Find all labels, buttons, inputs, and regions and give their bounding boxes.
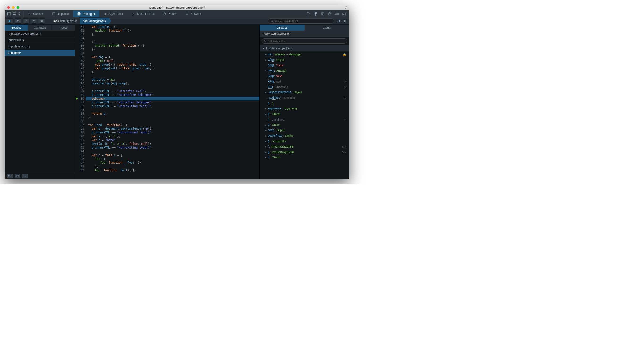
tab-shader-editor[interactable]: Shader Editor bbox=[128, 10, 158, 17]
expand-arrow-icon[interactable]: ▶ bbox=[265, 129, 267, 132]
code-line[interactable]: debugger; bbox=[86, 97, 260, 100]
line-number[interactable]: 66 bbox=[76, 44, 86, 48]
code-line[interactable]: p.innerHTML += "<br>before debugger"; bbox=[86, 93, 260, 97]
line-number[interactable]: 79 bbox=[76, 93, 86, 97]
line-number[interactable]: 67 bbox=[76, 48, 86, 52]
sidebar-tab-call-stack[interactable]: Call Stack bbox=[28, 24, 52, 31]
code-line[interactable]: foo: { bbox=[86, 157, 260, 161]
code-line[interactable]: bar: function bar() {}, bbox=[86, 168, 260, 172]
code-line[interactable]: test(a, b, [1, 2, 3], false, null); bbox=[86, 142, 260, 146]
code-line[interactable]: ({ bbox=[86, 40, 260, 44]
expand-arrow-icon[interactable]: ▶ bbox=[265, 140, 267, 142]
variable-row[interactable]: eArg:nullN bbox=[260, 79, 349, 84]
line-number[interactable]: 86 bbox=[76, 119, 86, 123]
toggle-sidebar-icon[interactable] bbox=[336, 19, 341, 23]
line-number[interactable]: 83 bbox=[76, 108, 86, 112]
line-number[interactable]: 88 bbox=[76, 127, 86, 131]
code-line[interactable]: var c = this.c = { bbox=[86, 153, 260, 157]
tab-debugger[interactable]: Debugger bbox=[73, 10, 99, 17]
variable-row[interactable]: dArg:false bbox=[260, 73, 349, 79]
add-watch-expression[interactable]: Add watch expression bbox=[260, 31, 349, 37]
line-number[interactable]: 92 bbox=[76, 142, 86, 146]
code-line[interactable] bbox=[86, 74, 260, 78]
toggle-breakpoints-button[interactable] bbox=[39, 18, 45, 24]
expand-arrow-icon[interactable]: ▶ bbox=[265, 59, 267, 61]
variable-row[interactable]: ▶aArg:Object bbox=[260, 57, 349, 62]
callstack-frame[interactable]: testdebugger/:80 bbox=[80, 18, 109, 24]
source-item[interactable]: jquery.min.js bbox=[5, 37, 75, 44]
code-line[interactable]: }) bbox=[86, 48, 260, 52]
box-icon[interactable] bbox=[328, 12, 332, 16]
line-number[interactable]: 81 bbox=[76, 100, 86, 104]
code-line[interactable]: var p = document.querySelector("p"); bbox=[86, 127, 260, 131]
code-line[interactable]: var a = { a: 1 }; bbox=[86, 134, 260, 138]
expand-arrow-icon[interactable]: ▶ bbox=[265, 151, 267, 153]
code-line[interactable]: p.innerHTML += "<br>exiting load()"; bbox=[86, 146, 260, 150]
variable-row[interactable]: ▶e:ArrayBuffer bbox=[260, 138, 349, 144]
scratchpad-icon[interactable] bbox=[320, 12, 325, 16]
code-line[interactable]: }; bbox=[86, 70, 260, 74]
watch-icon[interactable] bbox=[7, 174, 13, 178]
line-number[interactable]: 63 bbox=[76, 32, 86, 36]
code-line[interactable]: return p; bbox=[86, 112, 260, 116]
line-number[interactable]: 87 bbox=[76, 123, 86, 127]
code-line[interactable]: }; bbox=[86, 32, 260, 36]
variable-row[interactable]: ▶h:Object bbox=[260, 155, 349, 160]
right-tab-events[interactable]: Events bbox=[304, 24, 349, 31]
expand-arrow-icon[interactable]: ▶ bbox=[265, 135, 267, 137]
code-line[interactable]: another_method: function() {} bbox=[86, 44, 260, 48]
code-line[interactable] bbox=[86, 108, 260, 112]
variable-row[interactable]: ▶d:Object bbox=[260, 122, 349, 128]
dock-side-icon[interactable] bbox=[6, 12, 11, 16]
code-line[interactable]: var load = function() { bbox=[86, 123, 260, 127]
expand-arrow-icon[interactable]: ▶ bbox=[265, 53, 267, 56]
source-item[interactable]: debugger/ bbox=[5, 50, 75, 56]
line-number[interactable]: 78 bbox=[76, 89, 86, 93]
variable-row[interactable]: c:undefinedN bbox=[260, 117, 349, 122]
expand-arrow-icon[interactable]: ▶ bbox=[265, 146, 267, 148]
variable-row[interactable]: a:1 bbox=[260, 100, 349, 106]
code-line[interactable]: _prop: null, bbox=[86, 59, 260, 63]
tab-style-editor[interactable]: Style Editor bbox=[99, 10, 128, 17]
search-scripts-input[interactable] bbox=[275, 20, 332, 22]
line-number[interactable]: 70 bbox=[76, 59, 86, 63]
line-number[interactable]: 95 bbox=[76, 153, 86, 157]
code-line[interactable]: } bbox=[86, 116, 260, 119]
code-line[interactable]: _foo: function __foo() {} bbox=[86, 161, 260, 164]
line-number[interactable]: 72 bbox=[76, 66, 86, 70]
sidebar-tab-traces[interactable]: Traces bbox=[52, 24, 75, 31]
variable-row[interactable]: fArg:undefinedN bbox=[260, 84, 349, 90]
variable-row[interactable]: ▶cArg:Array[3] bbox=[260, 68, 349, 73]
line-number[interactable]: 85 bbox=[76, 116, 86, 119]
expand-icon[interactable] bbox=[344, 6, 347, 9]
code-line[interactable]: }, bbox=[86, 164, 260, 168]
line-number[interactable]: 97 bbox=[76, 161, 86, 164]
code-line[interactable] bbox=[86, 36, 260, 40]
code-line[interactable]: console.log(obj.prop); bbox=[86, 82, 260, 85]
variable-row[interactable]: bArg:"beta" bbox=[260, 62, 349, 68]
expand-arrow-icon[interactable]: ▶ bbox=[265, 156, 267, 159]
code-line[interactable]: var b = "beta"; bbox=[86, 138, 260, 142]
line-number[interactable]: 84 bbox=[76, 112, 86, 116]
line-number[interactable]: 96 bbox=[76, 157, 86, 161]
code-line[interactable]: p.innerHTML += "<br>after eval"; bbox=[86, 89, 260, 93]
dock-bottom-icon[interactable] bbox=[12, 12, 16, 16]
line-number[interactable]: 65 bbox=[76, 40, 86, 44]
line-number[interactable]: 76 bbox=[76, 82, 86, 85]
line-number[interactable]: 73 bbox=[76, 70, 86, 74]
screenshot-icon[interactable] bbox=[342, 12, 346, 16]
variable-row[interactable]: ▶doc2:Object bbox=[260, 128, 349, 133]
expand-arrow-icon[interactable]: ▶ bbox=[265, 70, 267, 72]
expand-arrow-icon[interactable]: ▶ bbox=[265, 108, 267, 110]
line-number[interactable]: 94 bbox=[76, 150, 86, 153]
expand-arrow-icon[interactable]: ▶ bbox=[265, 91, 267, 94]
variable-row[interactable]: ▶docAsProto:Object bbox=[260, 133, 349, 138]
line-number[interactable]: 82 bbox=[76, 104, 86, 108]
line-number[interactable]: 64 bbox=[76, 36, 86, 40]
code-line[interactable]: var simple = { bbox=[86, 25, 260, 29]
variable-row[interactable]: ▶g:Int16Array[32768]S N bbox=[260, 149, 349, 155]
tab-console[interactable]: Console bbox=[24, 10, 48, 17]
debugger-settings-icon[interactable] bbox=[342, 19, 347, 23]
line-number[interactable]: 74 bbox=[76, 74, 86, 78]
responsive-icon[interactable] bbox=[306, 12, 311, 16]
